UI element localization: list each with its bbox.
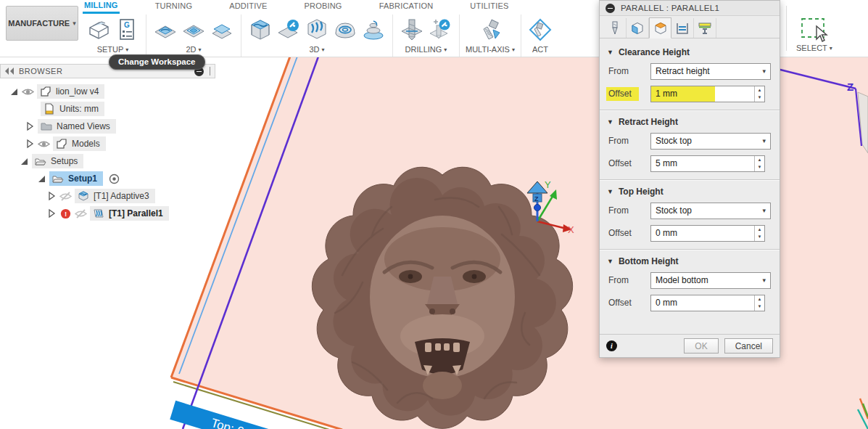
chevron-down-icon: ▾ xyxy=(762,207,766,214)
bottom-from-select[interactable]: Model bottom ▾ xyxy=(650,272,771,289)
bottom-offset-input[interactable]: 0 mm ▲▼ xyxy=(650,295,765,311)
panel-resize-handle[interactable] xyxy=(210,67,210,75)
tree-item-models[interactable]: Models xyxy=(53,136,106,151)
visibility-eye-icon[interactable] xyxy=(38,139,50,150)
tree-item-parallel1[interactable]: [T1] Parallel1 xyxy=(90,206,169,221)
collapsed-arrow-icon[interactable] xyxy=(25,139,35,149)
svg-text:!: ! xyxy=(65,209,67,217)
select-tool-icon[interactable] xyxy=(792,15,834,44)
tree-item-units[interactable]: Units: mm xyxy=(41,102,104,116)
expanded-arrow-icon[interactable] xyxy=(9,86,19,97)
new-setup-icon[interactable] xyxy=(86,17,112,43)
tab-geometry[interactable] xyxy=(627,18,649,38)
tab-milling[interactable]: MILLING xyxy=(83,0,120,14)
multiaxis-group-label[interactable]: MULTI-AXIS▾ xyxy=(466,45,515,54)
3d-group-label[interactable]: 3D▾ xyxy=(309,45,324,54)
spin-up-icon: ▲ xyxy=(755,226,764,234)
section-top-height[interactable]: ▼ Top Height xyxy=(607,187,780,197)
drill-icon[interactable] xyxy=(399,17,425,43)
hidden-eye-slash-icon[interactable] xyxy=(59,191,72,202)
component-icon xyxy=(56,138,67,150)
simulate-icon[interactable] xyxy=(527,17,553,43)
tree-row-parallel1: ! [T1] Parallel1 xyxy=(0,205,215,222)
3d-adaptive-icon[interactable] xyxy=(247,17,273,43)
chevron-down-icon: ▾ xyxy=(199,46,202,53)
retract-from-select[interactable]: Stock top ▾ xyxy=(650,133,771,150)
dialog-body: ▼ Clearance Height From Retract height ▾… xyxy=(600,38,780,334)
tree-item-setup1[interactable]: Setup1 xyxy=(49,171,103,186)
select-group-label[interactable]: SELECT▾ xyxy=(796,44,832,52)
section-collapse-icon: ▼ xyxy=(607,118,613,126)
clearance-offset-input[interactable]: 1 mm ▲▼ xyxy=(650,86,765,102)
section-divider xyxy=(600,110,780,111)
spinner-buttons[interactable]: ▲▼ xyxy=(754,86,764,102)
toolbar-separator xyxy=(786,6,787,51)
3d-spiral-icon[interactable] xyxy=(360,17,387,43)
setup-group-label[interactable]: SETUP▾ xyxy=(97,45,129,54)
tab-fabrication[interactable]: FABRICATION xyxy=(378,1,435,12)
ok-button[interactable]: OK xyxy=(684,338,718,354)
tab-linking[interactable] xyxy=(694,18,716,38)
3d-steep-shallow-icon[interactable] xyxy=(276,17,302,43)
section-retract-height[interactable]: ▼ Retract Height xyxy=(607,117,780,127)
2d-adaptive-icon[interactable] xyxy=(152,17,178,43)
ribbon-group-select: SELECT▾ xyxy=(792,15,864,52)
2d-group-label[interactable]: 2D▾ xyxy=(186,45,201,54)
highlighted-offset-label: Offset xyxy=(606,87,639,101)
spinner-buttons[interactable]: ▲▼ xyxy=(754,156,764,171)
3d-parallel-icon[interactable] xyxy=(304,17,330,43)
top-offset-input[interactable]: 0 mm ▲▼ xyxy=(650,225,765,242)
expanded-arrow-icon[interactable] xyxy=(36,173,46,184)
ribbon: G SETUP▾ xyxy=(80,15,559,57)
tab-utilities[interactable]: UTILITIES xyxy=(468,1,510,12)
workspace-switcher-button[interactable]: MANUFACTURE ▾ xyxy=(6,6,78,41)
tree-row-setup1: Setup1 xyxy=(0,170,215,187)
tab-probing[interactable]: PROBING xyxy=(302,1,343,12)
drilling-group-label[interactable]: DRILLING▾ xyxy=(405,45,447,54)
tab-passes[interactable] xyxy=(671,18,694,38)
collapse-panel-icon[interactable] xyxy=(5,68,15,75)
workspace-tabs: MILLING TURNING ADDITIVE PROBING FABRICA… xyxy=(83,0,511,13)
spinner-buttons[interactable]: ▲▼ xyxy=(754,295,764,311)
tree-row-adaptive3: [T1] Adaptive3 xyxy=(0,187,215,205)
tab-additive[interactable]: ADDITIVE xyxy=(228,1,268,12)
section-collapse-icon: ▼ xyxy=(607,258,613,265)
top-from-select[interactable]: Stock top ▾ xyxy=(650,203,771,219)
active-setup-target-icon[interactable] xyxy=(109,173,120,184)
dialog-header[interactable]: PARALLEL : PARALLEL1 xyxy=(600,1,780,16)
tree-item-adaptive3[interactable]: [T1] Adaptive3 xyxy=(75,189,155,203)
tab-heights[interactable] xyxy=(649,17,671,38)
retract-offset-input[interactable]: 5 mm ▲▼ xyxy=(650,155,765,172)
hidden-eye-slash-icon[interactable] xyxy=(75,208,87,219)
tree-item-named-views[interactable]: Named Views xyxy=(38,119,116,134)
actions-group-label[interactable]: ACT xyxy=(532,45,548,54)
change-workspace-tooltip: Change Workspace xyxy=(109,54,205,70)
expanded-arrow-icon[interactable] xyxy=(19,156,29,166)
collapsed-arrow-icon[interactable] xyxy=(46,208,57,218)
collapsed-arrow-icon[interactable] xyxy=(25,121,35,131)
spinner-buttons[interactable]: ▲▼ xyxy=(754,226,764,241)
chevron-down-icon: ▾ xyxy=(444,46,447,53)
3d-morph-icon[interactable] xyxy=(332,17,358,43)
tree-item-setups[interactable]: Setups xyxy=(32,154,83,168)
2d-pocket-icon[interactable] xyxy=(181,17,207,43)
post-process-icon[interactable]: G xyxy=(114,17,140,43)
open-folder-icon xyxy=(52,173,64,184)
tree-row-models: Models xyxy=(0,135,215,152)
tab-turning[interactable]: TURNING xyxy=(154,1,194,12)
dialog-minimize-icon[interactable] xyxy=(605,4,615,13)
tree-item-lion-low[interactable]: lion_low v4 xyxy=(37,84,104,99)
info-icon[interactable]: i xyxy=(606,340,617,351)
clearance-from-select[interactable]: Retract height ▾ xyxy=(650,63,771,80)
multi-axis-icon[interactable] xyxy=(477,17,503,43)
units-document-icon xyxy=(44,103,55,115)
visibility-eye-icon[interactable] xyxy=(22,86,34,97)
clearance-from-row: From Retract height ▾ xyxy=(608,62,780,80)
face-icon[interactable] xyxy=(209,17,235,43)
tab-tool[interactable] xyxy=(604,18,627,38)
section-bottom-height[interactable]: ▼ Bottom Height xyxy=(607,256,780,266)
section-clearance-height[interactable]: ▼ Clearance Height xyxy=(607,47,780,57)
drill-wrench-icon[interactable] xyxy=(427,17,453,43)
collapsed-arrow-icon[interactable] xyxy=(46,191,57,201)
cancel-button[interactable]: Cancel xyxy=(724,338,773,354)
